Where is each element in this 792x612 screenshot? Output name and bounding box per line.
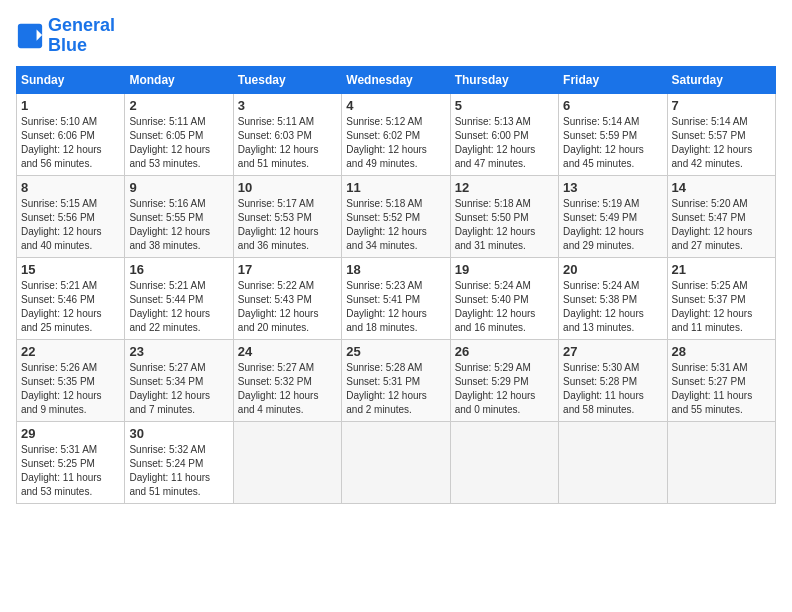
day-info: Sunrise: 5:32 AM Sunset: 5:24 PM Dayligh… [129, 443, 228, 499]
day-info: Sunrise: 5:20 AM Sunset: 5:47 PM Dayligh… [672, 197, 771, 253]
day-info: Sunrise: 5:16 AM Sunset: 5:55 PM Dayligh… [129, 197, 228, 253]
day-number: 1 [21, 98, 120, 113]
day-number: 30 [129, 426, 228, 441]
day-number: 28 [672, 344, 771, 359]
header-sunday: Sunday [17, 66, 125, 93]
calendar-cell [450, 421, 558, 503]
day-number: 3 [238, 98, 337, 113]
day-number: 6 [563, 98, 662, 113]
day-number: 17 [238, 262, 337, 277]
calendar-cell: 13 Sunrise: 5:19 AM Sunset: 5:49 PM Dayl… [559, 175, 667, 257]
calendar-week-row: 29 Sunrise: 5:31 AM Sunset: 5:25 PM Dayl… [17, 421, 776, 503]
day-info: Sunrise: 5:15 AM Sunset: 5:56 PM Dayligh… [21, 197, 120, 253]
day-number: 10 [238, 180, 337, 195]
day-number: 16 [129, 262, 228, 277]
calendar-cell: 27 Sunrise: 5:30 AM Sunset: 5:28 PM Dayl… [559, 339, 667, 421]
day-info: Sunrise: 5:18 AM Sunset: 5:50 PM Dayligh… [455, 197, 554, 253]
calendar-cell: 14 Sunrise: 5:20 AM Sunset: 5:47 PM Dayl… [667, 175, 775, 257]
calendar-cell: 1 Sunrise: 5:10 AM Sunset: 6:06 PM Dayli… [17, 93, 125, 175]
calendar-cell [667, 421, 775, 503]
day-number: 15 [21, 262, 120, 277]
calendar-cell: 9 Sunrise: 5:16 AM Sunset: 5:55 PM Dayli… [125, 175, 233, 257]
day-number: 9 [129, 180, 228, 195]
day-info: Sunrise: 5:30 AM Sunset: 5:28 PM Dayligh… [563, 361, 662, 417]
day-info: Sunrise: 5:26 AM Sunset: 5:35 PM Dayligh… [21, 361, 120, 417]
logo: General Blue [16, 16, 115, 56]
day-info: Sunrise: 5:18 AM Sunset: 5:52 PM Dayligh… [346, 197, 445, 253]
logo-icon [16, 22, 44, 50]
header-monday: Monday [125, 66, 233, 93]
day-number: 14 [672, 180, 771, 195]
calendar-cell: 26 Sunrise: 5:29 AM Sunset: 5:29 PM Dayl… [450, 339, 558, 421]
day-number: 13 [563, 180, 662, 195]
day-info: Sunrise: 5:21 AM Sunset: 5:44 PM Dayligh… [129, 279, 228, 335]
day-info: Sunrise: 5:29 AM Sunset: 5:29 PM Dayligh… [455, 361, 554, 417]
day-info: Sunrise: 5:31 AM Sunset: 5:27 PM Dayligh… [672, 361, 771, 417]
header-saturday: Saturday [667, 66, 775, 93]
day-number: 12 [455, 180, 554, 195]
calendar-cell: 21 Sunrise: 5:25 AM Sunset: 5:37 PM Dayl… [667, 257, 775, 339]
calendar-cell: 4 Sunrise: 5:12 AM Sunset: 6:02 PM Dayli… [342, 93, 450, 175]
calendar-cell: 7 Sunrise: 5:14 AM Sunset: 5:57 PM Dayli… [667, 93, 775, 175]
day-number: 4 [346, 98, 445, 113]
day-number: 22 [21, 344, 120, 359]
day-info: Sunrise: 5:12 AM Sunset: 6:02 PM Dayligh… [346, 115, 445, 171]
day-number: 19 [455, 262, 554, 277]
calendar-week-row: 8 Sunrise: 5:15 AM Sunset: 5:56 PM Dayli… [17, 175, 776, 257]
day-info: Sunrise: 5:27 AM Sunset: 5:32 PM Dayligh… [238, 361, 337, 417]
day-number: 21 [672, 262, 771, 277]
header-wednesday: Wednesday [342, 66, 450, 93]
day-number: 8 [21, 180, 120, 195]
header-tuesday: Tuesday [233, 66, 341, 93]
day-number: 7 [672, 98, 771, 113]
day-info: Sunrise: 5:11 AM Sunset: 6:03 PM Dayligh… [238, 115, 337, 171]
day-info: Sunrise: 5:24 AM Sunset: 5:40 PM Dayligh… [455, 279, 554, 335]
calendar-week-row: 1 Sunrise: 5:10 AM Sunset: 6:06 PM Dayli… [17, 93, 776, 175]
header-friday: Friday [559, 66, 667, 93]
calendar-cell: 28 Sunrise: 5:31 AM Sunset: 5:27 PM Dayl… [667, 339, 775, 421]
calendar-cell: 22 Sunrise: 5:26 AM Sunset: 5:35 PM Dayl… [17, 339, 125, 421]
day-number: 27 [563, 344, 662, 359]
day-number: 29 [21, 426, 120, 441]
calendar-cell [342, 421, 450, 503]
day-number: 18 [346, 262, 445, 277]
calendar-cell: 30 Sunrise: 5:32 AM Sunset: 5:24 PM Dayl… [125, 421, 233, 503]
day-number: 5 [455, 98, 554, 113]
day-info: Sunrise: 5:24 AM Sunset: 5:38 PM Dayligh… [563, 279, 662, 335]
calendar-cell [559, 421, 667, 503]
calendar-cell: 25 Sunrise: 5:28 AM Sunset: 5:31 PM Dayl… [342, 339, 450, 421]
calendar-cell: 19 Sunrise: 5:24 AM Sunset: 5:40 PM Dayl… [450, 257, 558, 339]
calendar-cell: 17 Sunrise: 5:22 AM Sunset: 5:43 PM Dayl… [233, 257, 341, 339]
day-number: 11 [346, 180, 445, 195]
logo-text: General Blue [48, 16, 115, 56]
calendar-cell: 16 Sunrise: 5:21 AM Sunset: 5:44 PM Dayl… [125, 257, 233, 339]
day-number: 24 [238, 344, 337, 359]
day-number: 23 [129, 344, 228, 359]
calendar-week-row: 22 Sunrise: 5:26 AM Sunset: 5:35 PM Dayl… [17, 339, 776, 421]
day-info: Sunrise: 5:31 AM Sunset: 5:25 PM Dayligh… [21, 443, 120, 499]
day-info: Sunrise: 5:11 AM Sunset: 6:05 PM Dayligh… [129, 115, 228, 171]
calendar-cell: 23 Sunrise: 5:27 AM Sunset: 5:34 PM Dayl… [125, 339, 233, 421]
day-info: Sunrise: 5:27 AM Sunset: 5:34 PM Dayligh… [129, 361, 228, 417]
day-info: Sunrise: 5:14 AM Sunset: 5:57 PM Dayligh… [672, 115, 771, 171]
day-info: Sunrise: 5:22 AM Sunset: 5:43 PM Dayligh… [238, 279, 337, 335]
day-info: Sunrise: 5:28 AM Sunset: 5:31 PM Dayligh… [346, 361, 445, 417]
calendar-table: Sunday Monday Tuesday Wednesday Thursday… [16, 66, 776, 504]
day-info: Sunrise: 5:19 AM Sunset: 5:49 PM Dayligh… [563, 197, 662, 253]
calendar-cell: 10 Sunrise: 5:17 AM Sunset: 5:53 PM Dayl… [233, 175, 341, 257]
calendar-cell [233, 421, 341, 503]
calendar-cell: 2 Sunrise: 5:11 AM Sunset: 6:05 PM Dayli… [125, 93, 233, 175]
calendar-cell: 5 Sunrise: 5:13 AM Sunset: 6:00 PM Dayli… [450, 93, 558, 175]
day-number: 25 [346, 344, 445, 359]
calendar-cell: 18 Sunrise: 5:23 AM Sunset: 5:41 PM Dayl… [342, 257, 450, 339]
calendar-cell: 24 Sunrise: 5:27 AM Sunset: 5:32 PM Dayl… [233, 339, 341, 421]
calendar-cell: 6 Sunrise: 5:14 AM Sunset: 5:59 PM Dayli… [559, 93, 667, 175]
day-number: 26 [455, 344, 554, 359]
day-info: Sunrise: 5:17 AM Sunset: 5:53 PM Dayligh… [238, 197, 337, 253]
header-thursday: Thursday [450, 66, 558, 93]
day-info: Sunrise: 5:13 AM Sunset: 6:00 PM Dayligh… [455, 115, 554, 171]
calendar-cell: 15 Sunrise: 5:21 AM Sunset: 5:46 PM Dayl… [17, 257, 125, 339]
calendar-cell: 3 Sunrise: 5:11 AM Sunset: 6:03 PM Dayli… [233, 93, 341, 175]
day-info: Sunrise: 5:25 AM Sunset: 5:37 PM Dayligh… [672, 279, 771, 335]
calendar-cell: 20 Sunrise: 5:24 AM Sunset: 5:38 PM Dayl… [559, 257, 667, 339]
